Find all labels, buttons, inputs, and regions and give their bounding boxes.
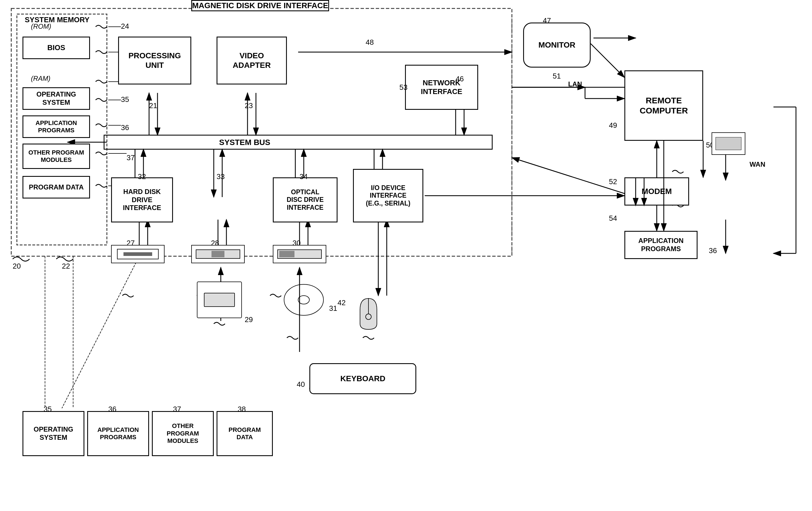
mouse-device (354, 296, 382, 332)
magnetic-disk-interface-box: MAGNETIC DISK DRIVE INTERFACE (191, 0, 329, 11)
number-27: 27 (126, 239, 135, 247)
number-54: 54 (609, 214, 617, 223)
svg-point-56 (284, 285, 323, 315)
os-bottom-box: OPERATING SYSTEM (23, 411, 84, 456)
video-adapter-box: VIDEO ADAPTER (216, 36, 287, 84)
svg-line-66 (591, 44, 625, 77)
number-20: 20 (13, 262, 21, 271)
svg-rect-5 (104, 135, 492, 149)
ram-label: (RAM) (31, 75, 50, 82)
number-21: 21 (149, 101, 157, 110)
number-35-bottom: 35 (44, 405, 52, 413)
lan-label: LAN (568, 80, 582, 88)
monitor-box: MONITOR (523, 23, 591, 68)
operating-system-box: OPERATING SYSTEM (23, 87, 90, 110)
application-programs-box: APPLICATION PROGRAMS (23, 115, 90, 138)
number-35: 35 (121, 95, 129, 104)
svg-line-47 (62, 256, 139, 408)
remote-computer-box: REMOTE COMPUTER (625, 71, 703, 141)
svg-line-41 (512, 158, 636, 197)
app-programs-bottom-box: APPLICATION PROGRAMS (87, 411, 149, 456)
keyboard-box: KEYBOARD (309, 363, 416, 394)
floppy-drive-device (191, 245, 245, 263)
bios-box: BIOS (23, 36, 90, 59)
optical-drive-device (273, 245, 326, 263)
number-30: 30 (292, 239, 301, 247)
number-48: 48 (366, 38, 374, 47)
remote-device-50 (712, 132, 745, 155)
number-31: 31 (329, 304, 337, 313)
number-36-bottom: 36 (108, 405, 116, 413)
network-interface-box: NETWORK INTERFACE (405, 65, 478, 110)
svg-point-57 (298, 296, 309, 304)
processing-unit-box: PROCESSING UNIT (118, 36, 191, 84)
number-37-bottom: 37 (173, 405, 181, 413)
number-33: 33 (216, 172, 225, 181)
number-29: 29 (245, 315, 253, 324)
hard-disk-interface-box: HARD DISK DRIVE INTERFACE (111, 178, 173, 222)
number-37-left: 37 (126, 154, 135, 162)
number-38-bottom: 38 (238, 405, 246, 413)
optical-disc-interface-box: OPTICAL DISC DRIVE INTERFACE (273, 178, 338, 222)
rom-label: (ROM) (31, 23, 51, 30)
number-23: 23 (245, 101, 253, 110)
program-data-box: PROGRAM DATA (23, 176, 90, 198)
cd-disc (281, 281, 326, 318)
floppy-disk (197, 281, 242, 318)
number-42: 42 (338, 298, 346, 307)
other-program-modules-box: OTHER PROGRAM MODULES (23, 143, 90, 169)
application-programs-remote-box: APPLICATION PROGRAMS (625, 231, 698, 259)
number-49: 49 (609, 121, 617, 130)
number-53: 53 (399, 83, 408, 92)
number-24: 24 (121, 22, 129, 31)
number-36: 36 (121, 123, 129, 132)
number-40: 40 (297, 380, 305, 389)
number-36-remote: 36 (709, 246, 717, 255)
other-modules-bottom-box: OTHER PROGRAM MODULES (152, 411, 214, 456)
wan-label: WAN (750, 160, 765, 168)
number-32: 32 (138, 172, 146, 181)
hard-disk-device (111, 245, 165, 263)
number-28: 28 (211, 239, 219, 247)
number-47: 47 (543, 16, 551, 25)
number-52: 52 (609, 178, 617, 186)
number-51: 51 (553, 72, 561, 81)
number-34: 34 (299, 172, 308, 181)
number-22: 22 (62, 262, 70, 271)
program-data-bottom-box: PROGRAM DATA (216, 411, 273, 456)
number-46: 46 (456, 75, 464, 83)
diagram: SYSTEM BUS (0, 0, 812, 511)
svg-text:SYSTEM BUS: SYSTEM BUS (219, 138, 270, 147)
io-device-interface-box: I/O DEVICE INTERFACE (E.G., SERIAL) (353, 169, 423, 222)
